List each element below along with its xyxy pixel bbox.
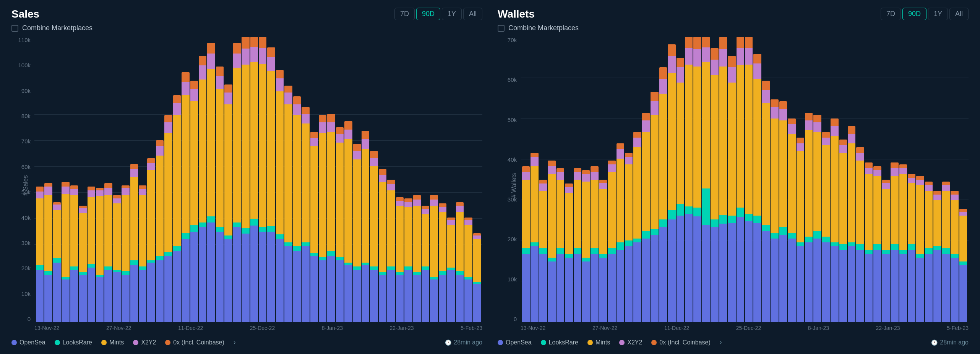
bar-stack [933,191,941,322]
legend-label: Mints [595,339,610,346]
bar-segment-mints [848,143,855,242]
bar-segment-looksrare [207,216,215,222]
bar-stack [284,86,292,322]
wallets-filter-90d[interactable]: 90D [902,8,926,20]
legend-more-icon[interactable]: › [234,338,236,346]
bar-segment-mints [96,196,104,274]
bar-segment-x2y2 [156,146,164,156]
bar-segment-opensea [447,270,455,322]
sales-filter-7d[interactable]: 7D [394,8,415,20]
bar-group [387,37,395,322]
wallets-filter-7d[interactable]: 7D [881,8,901,20]
bar-segment-opensea [190,232,198,322]
bar-stack [633,132,641,322]
bar-segment-opensea [336,260,344,322]
bar-segment-mints [933,200,941,246]
wallets-filter-all[interactable]: All [949,8,969,20]
bar-segment-looksrare [797,242,804,246]
bar-segment-ox [625,153,633,157]
bar-segment-ox [599,180,607,183]
bar-segment-x2y2 [856,153,864,161]
bar-segment-ox [925,182,933,185]
bar-segment-ox [557,168,564,172]
bar-segment-mints [44,195,52,271]
bar-group [44,37,52,322]
sales-filter-90d[interactable]: 90D [416,8,440,20]
sales-filter-1y[interactable]: 1Y [442,8,462,20]
bar-group [779,37,787,322]
bar-segment-opensea [164,256,172,322]
bar-segment-ox [88,187,95,190]
bar-segment-mints [36,198,44,265]
bar-stack [839,140,847,322]
legend-more-icon[interactable]: › [720,338,722,346]
bar-segment-opensea [951,258,958,322]
bar-segment-looksrare [591,248,598,254]
bar-segment-looksrare [456,271,464,274]
legend-label: OpenSea [506,339,532,346]
bar-group [190,37,198,322]
wallets-filter-1y[interactable]: 1Y [928,8,948,20]
bar-segment-looksrare [933,246,941,250]
wallets-y-axis-label: # Wallets [511,173,518,198]
bar-segment-opensea [625,246,633,322]
bar-stack [548,161,555,322]
wallets-combine-checkbox[interactable] [498,25,505,32]
bar-segment-opensea [668,219,675,322]
bar-segment-x2y2 [831,126,838,136]
sales-combine-checkbox[interactable] [11,25,18,32]
bar-segment-ox [310,132,318,138]
bar-segment-ox [404,198,412,202]
bar-segment-x2y2 [865,168,873,174]
bar-stack [591,166,598,322]
bar-segment-x2y2 [959,212,967,216]
bar-segment-opensea [925,254,933,322]
bar-segment-opensea [685,214,693,322]
bar-segment-looksrare [539,248,547,254]
bar-segment-opensea [856,250,864,322]
bar-segment-looksrare [53,258,61,263]
bar-group [156,37,164,322]
bar-segment-looksrare [753,216,761,223]
bar-segment-ox [702,37,710,47]
bar-segment-x2y2 [582,174,590,182]
bar-group [96,37,104,322]
bar-segment-opensea [633,242,641,322]
bar-segment-mints [267,71,275,226]
bar-stack [156,140,164,322]
legend-label: LooksRare [63,339,92,346]
wallets-bars-area [521,37,969,322]
bar-segment-ox [762,81,770,90]
legend-dot [101,340,107,345]
bar-segment-opensea [805,242,813,322]
bar-segment-mints [70,195,78,266]
legend-timestamp: 🕐28min ago [931,339,969,346]
bar-segment-x2y2 [873,170,881,176]
bar-segment-looksrare [659,219,667,227]
bar-stack [319,115,326,322]
sales-filter-all[interactable]: All [463,8,482,20]
bar-segment-mints [951,200,958,253]
bar-group [865,37,873,322]
bar-segment-opensea [293,251,301,322]
bar-group [456,37,464,322]
bar-segment-mints [737,65,744,208]
bar-segment-x2y2 [327,122,335,132]
bar-segment-ox [370,151,378,158]
legend-dot [541,340,546,345]
bar-segment-ox [916,176,924,180]
bar-stack [737,37,744,322]
bar-segment-mints [779,120,787,227]
bar-segment-x2y2 [319,122,326,133]
bar-segment-x2y2 [113,198,121,203]
bar-stack [422,206,429,322]
bar-segment-x2y2 [336,134,344,143]
bar-segment-mints [719,67,727,214]
bar-segment-looksrare [617,242,624,250]
bar-stack [951,191,958,322]
bar-segment-ox [813,115,821,122]
bar-segment-opensea [379,275,386,322]
bar-segment-x2y2 [104,188,112,195]
bar-stack [677,58,684,322]
bar-segment-opensea [771,239,778,322]
